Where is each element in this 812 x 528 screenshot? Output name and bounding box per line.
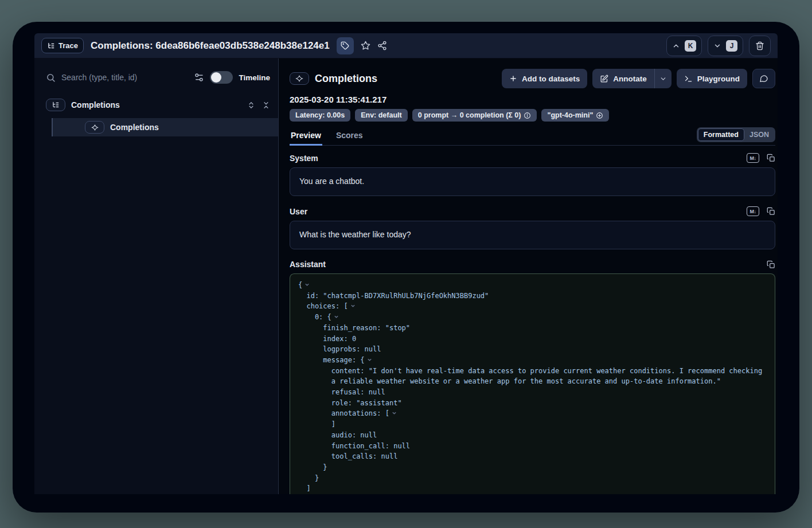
collapse-caret-icon[interactable] [334, 312, 339, 323]
collapse-caret-icon[interactable] [392, 408, 397, 419]
code-text: refusal: null [331, 388, 385, 396]
comments-button[interactable] [752, 69, 775, 88]
share-icon [377, 41, 387, 50]
star-button[interactable] [361, 41, 370, 50]
system-message-box: You are a chatbot. [290, 167, 775, 196]
annotate-button[interactable]: Annotate [592, 69, 654, 88]
code-line: id: "chatcmpl-BD7XRulRhULb7NjGfeOkhN3BB9… [298, 291, 767, 302]
format-toggle-json[interactable]: JSON [744, 128, 774, 141]
copy-icon[interactable] [767, 207, 775, 216]
format-toggle: Formatted JSON [697, 127, 775, 142]
user-message-box: What is the weather like today? [290, 221, 775, 249]
user-label: User [290, 207, 307, 216]
tag-button[interactable] [337, 37, 354, 54]
code-line: { [298, 280, 767, 291]
trace-tree-sidebar: Timeline Completions [34, 58, 278, 494]
badge[interactable]: Env: default [355, 109, 408, 122]
code-line: } [298, 462, 767, 473]
code-text: function_call: null [331, 442, 410, 450]
badges-row: Latency: 0.00sEnv: default0 prompt → 0 c… [290, 109, 775, 122]
badge[interactable]: "gpt-4o-mini" [541, 109, 609, 122]
nav-next-button[interactable]: J [708, 36, 743, 56]
trace-tree-pill [46, 99, 65, 111]
badge-label: Env: default [361, 111, 402, 119]
badge-label: Latency: 0.00s [295, 111, 345, 119]
expand-all-button[interactable] [247, 101, 255, 109]
code-text: content: "I don't have real-time data ac… [331, 367, 762, 375]
tab-scores[interactable]: Scores [335, 128, 364, 145]
trace-detail-window: Trace Completions: 6dea86b6feae03db538e2… [13, 22, 799, 513]
copy-icon[interactable] [767, 154, 775, 162]
panel-actions: Add to datasets Annotate [502, 69, 775, 88]
format-toggle-formatted[interactable]: Formatted [698, 128, 744, 141]
tabs-row: Preview Scores Formatted JSON [290, 127, 775, 146]
generation-sparkle-pill [290, 72, 309, 85]
code-line: role: "assistant" [298, 398, 767, 409]
annotate-split-button: Annotate [592, 69, 672, 88]
code-line: a reliable weather website or a weather … [298, 376, 767, 387]
annotate-label: Annotate [613, 75, 647, 83]
list-tree-icon [47, 42, 55, 50]
search-input[interactable] [61, 73, 188, 82]
assistant-label: Assistant [290, 260, 326, 269]
code-line: } [298, 473, 767, 484]
nav-previous-button[interactable]: K [666, 36, 702, 56]
share-button[interactable] [377, 41, 387, 50]
code-text: a reliable weather website or a weather … [331, 377, 721, 385]
edit-square-icon [600, 75, 608, 83]
tag-icon [341, 41, 349, 50]
keycap-k: K [685, 40, 696, 52]
badge[interactable]: Latency: 0.00s [290, 109, 350, 122]
system-label: System [290, 154, 318, 163]
collapse-caret-icon[interactable] [350, 301, 356, 312]
code-line: annotations: [ [298, 408, 767, 419]
annotate-dropdown-button[interactable] [654, 69, 672, 88]
code-line: message: { [298, 355, 767, 366]
user-section-icons: M↓ [747, 206, 775, 216]
delete-button[interactable] [749, 36, 771, 56]
plus-circle-icon [596, 112, 603, 119]
badge-label: 0 prompt → 0 completion (Σ 0) [418, 111, 521, 119]
code-line: 0: { [298, 312, 767, 323]
code-text: id: "chatcmpl-BD7XRulRhULb7NjGfeOkhN3BB9… [306, 292, 489, 300]
page-title: Completions: 6dea86b6feae03db538e248b38e… [91, 40, 330, 52]
collapse-caret-icon[interactable] [304, 280, 310, 291]
code-line: logprobs: null [298, 344, 767, 355]
copy-icon[interactable] [767, 260, 775, 269]
code-line: index: 0 [298, 334, 767, 345]
markdown-toggle-icon[interactable]: M↓ [747, 153, 759, 163]
code-text: ] [331, 420, 335, 428]
info-icon [524, 112, 531, 119]
code-text: logprobs: null [323, 345, 381, 353]
assistant-section-header: Assistant [290, 260, 775, 269]
add-to-datasets-label: Add to datasets [522, 75, 580, 83]
code-text: } [315, 474, 319, 482]
filter-settings-button[interactable] [194, 72, 204, 83]
system-message-text: You are a chatbot. [299, 177, 364, 186]
timeline-toggle[interactable] [210, 71, 233, 84]
badge[interactable]: 0 prompt → 0 completion (Σ 0) [412, 109, 537, 122]
code-text: { [298, 281, 302, 289]
code-text: } [323, 463, 327, 471]
add-to-datasets-button[interactable]: Add to datasets [502, 69, 587, 88]
playground-button[interactable]: Playground [677, 69, 747, 88]
code-text: annotations: [ [331, 409, 389, 417]
tree-child-label: Completions [110, 123, 159, 132]
topbar-actions: K J [666, 36, 771, 56]
tab-preview[interactable]: Preview [290, 128, 322, 145]
main-split: Timeline Completions [34, 58, 778, 494]
code-line: ] [298, 419, 767, 430]
trace-type-badge: Trace [41, 38, 84, 53]
collapse-caret-icon[interactable] [367, 355, 372, 366]
code-text: choices: [ [306, 302, 348, 310]
tree-item-completions-selected[interactable]: Completions [52, 118, 278, 136]
assistant-json: {id: "chatcmpl-BD7XRulRhULb7NjGfeOkhN3BB… [290, 274, 775, 494]
markdown-toggle-icon[interactable]: M↓ [747, 206, 759, 216]
tree-root-item[interactable]: Completions [46, 99, 278, 111]
code-line: function_call: null [298, 441, 767, 452]
system-section-icons: M↓ [747, 153, 775, 163]
terminal-icon [684, 75, 693, 83]
collapse-all-button[interactable] [262, 101, 270, 109]
app-root: Trace Completions: 6dea86b6feae03db538e2… [34, 33, 778, 494]
tree-root-label: Completions [71, 100, 120, 109]
